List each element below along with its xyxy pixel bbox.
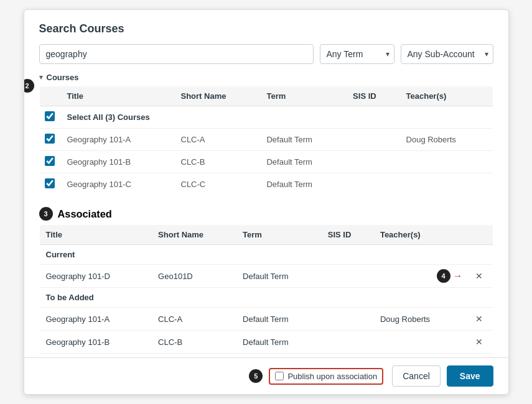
assoc-add-title-0: Geography 101-A — [39, 308, 152, 331]
current-label: Current — [39, 245, 493, 265]
remove-add-1-button[interactable]: ✕ — [472, 336, 487, 348]
term-dropdown-wrapper: Any Term Default Term — [320, 44, 394, 64]
assoc-add-remove-0: ✕ — [465, 308, 493, 331]
associated-section-title: Associated — [58, 208, 112, 220]
select-all-row: Select All (3) Courses — [39, 106, 493, 129]
associated-header-row: Title Short Name Term SIS ID Teacher(s) — [39, 225, 493, 245]
course-teachers-2 — [400, 173, 493, 196]
cancel-button[interactable]: Cancel — [392, 365, 441, 387]
associated-section-header: 3 Associated — [39, 207, 493, 221]
assoc-col-term: Term — [236, 225, 322, 245]
select-all-checkbox-cell — [39, 106, 61, 129]
assoc-current-term-0: Default Term — [236, 265, 322, 288]
course-teachers-1 — [400, 151, 493, 173]
course-term-0: Default Term — [260, 129, 347, 151]
annotation-3: 3 — [39, 207, 53, 221]
search-courses-modal: Search Courses Any Term Default Term Any… — [24, 9, 509, 395]
assoc-col-teachers: Teacher(s) — [374, 225, 465, 245]
assoc-col-shortname: Short Name — [152, 225, 236, 245]
table-row: Geography 101-B CLC-B Default Term — [39, 151, 493, 173]
course-shortname-0: CLC-A — [175, 129, 261, 151]
courses-chevron-icon: ▾ — [39, 73, 43, 81]
courses-table: Title Short Name Term SIS ID Teacher(s) … — [39, 86, 493, 196]
course-checkbox-2[interactable] — [45, 178, 55, 188]
table-row: Geography 101-B CLC-B Default Term ✕ — [39, 331, 493, 354]
courses-section-header[interactable]: ▾ Courses — [39, 73, 493, 82]
search-input[interactable] — [39, 44, 314, 64]
term-dropdown[interactable]: Any Term Default Term — [320, 44, 394, 64]
assoc-col-title: Title — [39, 225, 152, 245]
assoc-col-remove — [465, 225, 493, 245]
select-all-checkbox[interactable] — [45, 111, 55, 121]
search-row: Any Term Default Term Any Sub-Account — [39, 44, 493, 64]
assoc-current-remove-0: ✕ — [465, 265, 493, 288]
courses-col-term: Term — [260, 86, 347, 106]
assoc-add-sisid-0 — [322, 308, 374, 331]
table-row: Geography 101-A CLC-A Default Term Doug … — [39, 129, 493, 151]
assoc-add-term-0: Default Term — [236, 308, 322, 331]
course-term-2: Default Term — [260, 173, 347, 196]
assoc-add-teachers-1 — [374, 331, 465, 354]
assoc-add-term-1: Default Term — [236, 331, 322, 354]
subaccount-dropdown-wrapper: Any Sub-Account — [401, 44, 493, 64]
annotation-5: 5 — [249, 369, 263, 383]
table-row: Geography 101-D Geo101D Default Term 4 →… — [39, 265, 493, 288]
assoc-add-sisid-1 — [322, 331, 374, 354]
course-shortname-1: CLC-B — [175, 151, 261, 173]
course-title-0: Geography 101-A — [61, 129, 175, 151]
course-sisid-2 — [347, 173, 399, 196]
course-checkbox-0[interactable] — [45, 134, 55, 144]
modal-title: Search Courses — [39, 22, 493, 35]
course-teachers-0: Doug Roberts — [400, 129, 493, 151]
assoc-add-teachers-0: Doug Roberts — [374, 308, 465, 331]
courses-section-label: Courses — [47, 73, 79, 82]
courses-checkbox-header — [39, 86, 61, 106]
remove-current-0-button[interactable]: ✕ — [472, 270, 487, 282]
assoc-current-teachers-0: 4 → — [374, 265, 465, 288]
courses-col-teachers: Teacher(s) — [400, 86, 493, 106]
associated-table: Title Short Name Term SIS ID Teacher(s) … — [39, 224, 493, 357]
assoc-add-title-1: Geography 101-B — [39, 331, 152, 354]
assoc-current-shortname-0: Geo101D — [152, 265, 236, 288]
remove-add-0-button[interactable]: ✕ — [472, 313, 487, 325]
courses-col-title: Title — [61, 86, 175, 106]
modal-body: Search Courses Any Term Default Term Any… — [24, 10, 508, 357]
assoc-col-sisid: SIS ID — [322, 225, 374, 245]
publish-upon-association-label[interactable]: Publish upon association — [269, 368, 383, 385]
save-button[interactable]: Save — [447, 365, 493, 387]
course-checkbox-1[interactable] — [45, 156, 55, 166]
assoc-current-sisid-0 — [322, 265, 374, 288]
table-row: Geography 101-C CLC-C Default Term — [39, 173, 493, 196]
to-be-added-label: To be Added — [39, 288, 493, 308]
course-sisid-0 — [347, 129, 399, 151]
assoc-add-shortname-1: CLC-B — [152, 331, 236, 354]
courses-col-sisid: SIS ID — [347, 86, 399, 106]
annotation-4: 4 — [437, 269, 450, 283]
assoc-add-shortname-0: CLC-A — [152, 308, 236, 331]
modal-footer: 5 Publish upon association Cancel Save — [24, 357, 508, 394]
arrow-right-icon: → — [453, 270, 463, 282]
course-title-1: Geography 101-B — [61, 151, 175, 173]
course-sisid-1 — [347, 151, 399, 173]
courses-col-shortname: Short Name — [175, 86, 261, 106]
to-be-added-group-label-row: To be Added — [39, 288, 493, 308]
table-row: Geography 101-A CLC-A Default Term Doug … — [39, 308, 493, 331]
publish-upon-association-checkbox[interactable] — [275, 372, 284, 380]
subaccount-dropdown[interactable]: Any Sub-Account — [401, 44, 493, 64]
publish-upon-association-text: Publish upon association — [287, 372, 377, 381]
assoc-add-remove-1: ✕ — [465, 331, 493, 354]
select-all-label: Select All (3) Courses — [61, 106, 493, 129]
assoc-current-title-0: Geography 101-D — [39, 265, 152, 288]
current-group-label-row: Current — [39, 245, 493, 265]
course-title-2: Geography 101-C — [61, 173, 175, 196]
course-shortname-2: CLC-C — [175, 173, 261, 196]
course-term-1: Default Term — [260, 151, 347, 173]
courses-header-row: Title Short Name Term SIS ID Teacher(s) — [39, 86, 493, 106]
annotation-2: 2 — [24, 79, 34, 93]
